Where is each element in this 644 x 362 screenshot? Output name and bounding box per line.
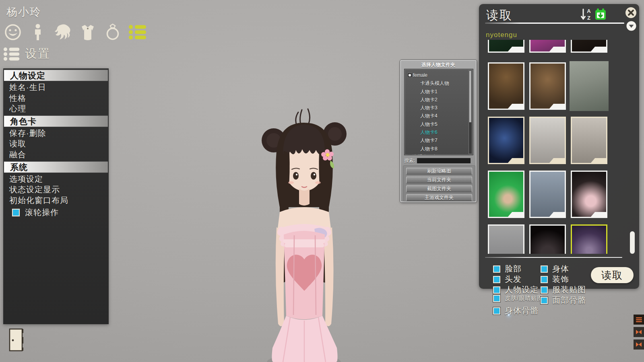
option-label: 人物设定	[505, 284, 539, 295]
option-face-bones: 面部骨骼	[541, 295, 586, 306]
option-clothes-texture: 服装贴图	[541, 284, 586, 295]
wheel-operation-checkbox[interactable]	[12, 209, 20, 216]
folder-item[interactable]: 人物卡2	[405, 96, 473, 104]
body-checkbox[interactable]	[541, 265, 548, 273]
character-card-thumbnail[interactable]	[529, 171, 566, 218]
option-label: 脸部	[505, 263, 522, 274]
face-tab-button[interactable]	[3, 23, 23, 42]
character-card-thumbnail[interactable]	[488, 171, 524, 218]
character-card-thumbnail-selected[interactable]	[571, 224, 607, 254]
character-render-viewport[interactable]	[219, 107, 388, 362]
menu-item-personality[interactable]: 性格	[3, 93, 109, 104]
clothes-texture-checkbox[interactable]	[541, 286, 548, 294]
thumbnail-row	[488, 40, 607, 53]
option-label: 身体骨骼	[505, 305, 539, 316]
menu-item-merge[interactable]: 融合	[3, 149, 109, 160]
grid-scrollbar-thumb[interactable]	[630, 231, 635, 254]
card-notch	[549, 212, 565, 217]
character-card-thumbnail[interactable]	[529, 224, 566, 254]
sort-alphabetical-icon: AZ	[580, 8, 594, 21]
character-card-thumbnail[interactable]	[571, 171, 607, 218]
menu-item-name-birthday[interactable]: 姓名·生日	[3, 82, 109, 93]
sort-date-button[interactable]	[594, 8, 607, 21]
exit-button[interactable]	[9, 328, 24, 352]
character-card-thumbnail[interactable]	[571, 117, 607, 164]
menu-item-save-delete[interactable]: 保存·删除	[3, 128, 109, 139]
hair-tab-button[interactable]	[53, 23, 72, 42]
option-hair: 头发	[493, 274, 522, 285]
card-thumbnail-grid	[484, 40, 611, 254]
folder-checkbox[interactable]	[407, 73, 412, 78]
body-icon	[30, 23, 46, 41]
character-card-thumbnail[interactable]	[529, 117, 566, 164]
scrollbar-thumb[interactable]	[469, 71, 471, 122]
option-character-settings: 人物设定	[493, 284, 539, 295]
body-bones-checkbox[interactable]	[493, 307, 500, 315]
menu-item-load[interactable]: 读取	[3, 138, 109, 149]
hair-icon	[53, 23, 72, 41]
screenshot-folder-button[interactable]: 截图文件夹	[406, 185, 472, 192]
character-card-thumbnail[interactable]	[529, 62, 566, 110]
menu-item-status-display[interactable]: 状态设定显示	[3, 184, 109, 195]
folder-list-scrollbar[interactable]	[469, 70, 472, 154]
corner-swap-button[interactable]	[634, 327, 644, 337]
folder-item[interactable]: 人物卡8	[405, 145, 473, 153]
current-folder-button[interactable]: 当前文件夹	[406, 177, 472, 183]
character-card-thumbnail[interactable]	[488, 117, 524, 164]
menu-item-mind[interactable]: 心理	[3, 103, 109, 114]
accessories-checkbox[interactable]	[541, 276, 548, 283]
folder-item-female[interactable]: female	[405, 71, 473, 79]
menu-item-option-settings[interactable]: 选项设定	[3, 174, 109, 185]
card-notch	[590, 47, 607, 52]
settings-list-icon	[128, 24, 147, 40]
character-card-thumbnail[interactable]	[570, 61, 609, 111]
character-card-thumbnail[interactable]	[488, 40, 524, 53]
accessory-tab-button[interactable]	[103, 23, 122, 42]
folder-item[interactable]: 人物卡5	[405, 120, 473, 128]
section-header-system: 系统	[4, 161, 108, 173]
option-face: 脸部	[493, 263, 522, 274]
close-panel-button[interactable]	[625, 7, 637, 19]
load-panel-title: 读取	[486, 7, 513, 24]
swap-icon	[636, 342, 642, 347]
skin-eye-texture-checkbox[interactable]	[493, 295, 500, 302]
folder-item[interactable]: 人物卡3	[405, 104, 473, 112]
option-skin-eye-texture: 皮肤/眼睛贴图	[493, 295, 543, 302]
face-bones-checkbox[interactable]	[541, 297, 548, 304]
sort-alphabetical-button[interactable]: AZ	[580, 8, 594, 21]
clothes-tab-button[interactable]	[78, 23, 97, 42]
character-card-thumbnail[interactable]	[488, 224, 524, 254]
corner-menu-button[interactable]	[634, 315, 644, 325]
section-header-character: 人物设定	[4, 70, 108, 81]
collapse-panel-button[interactable]	[626, 21, 636, 31]
option-body: 身体	[541, 263, 569, 274]
folder-item[interactable]: 人物卡7	[405, 136, 473, 144]
thumbnail-row	[488, 117, 607, 164]
settings-header: 设置	[3, 46, 51, 62]
clothes-icon	[78, 23, 97, 41]
corner-swap-button[interactable]	[634, 339, 644, 350]
character-settings-checkbox[interactable]	[493, 286, 500, 294]
folder-checkbox[interactable]	[407, 154, 412, 155]
character-card-thumbnail[interactable]	[488, 62, 524, 110]
menu-item-reset-window-layout[interactable]: 初始化窗口布局	[3, 195, 109, 206]
folder-item[interactable]: 人物卡1	[405, 88, 473, 96]
character-card-thumbnail[interactable]	[529, 40, 566, 53]
folder-item[interactable]: 卡通头模人物	[405, 79, 473, 87]
folder-item-clipped[interactable]: 卡通人物卡	[405, 153, 473, 155]
face-icon	[4, 23, 22, 41]
search-input[interactable]	[417, 158, 471, 164]
character-card-thumbnail[interactable]	[571, 40, 607, 53]
option-body-bones: 身体骨骼	[493, 305, 539, 316]
folder-item[interactable]: 人物卡4	[405, 112, 473, 120]
search-row: 搜索:	[404, 157, 471, 164]
load-button[interactable]: 读取	[591, 267, 634, 283]
face-checkbox[interactable]	[493, 265, 500, 273]
main-game-folder-button[interactable]: 主游戏文件夹	[406, 194, 472, 201]
hair-checkbox[interactable]	[493, 276, 500, 283]
settings-tab-button-active[interactable]	[128, 23, 147, 42]
refresh-thumbnails-button[interactable]: 刷新缩略图	[406, 168, 472, 175]
folder-item-selected[interactable]: 人物卡6	[405, 128, 473, 136]
body-tab-button[interactable]	[28, 23, 47, 42]
wheel-operation-label: 滚轮操作	[25, 207, 59, 218]
